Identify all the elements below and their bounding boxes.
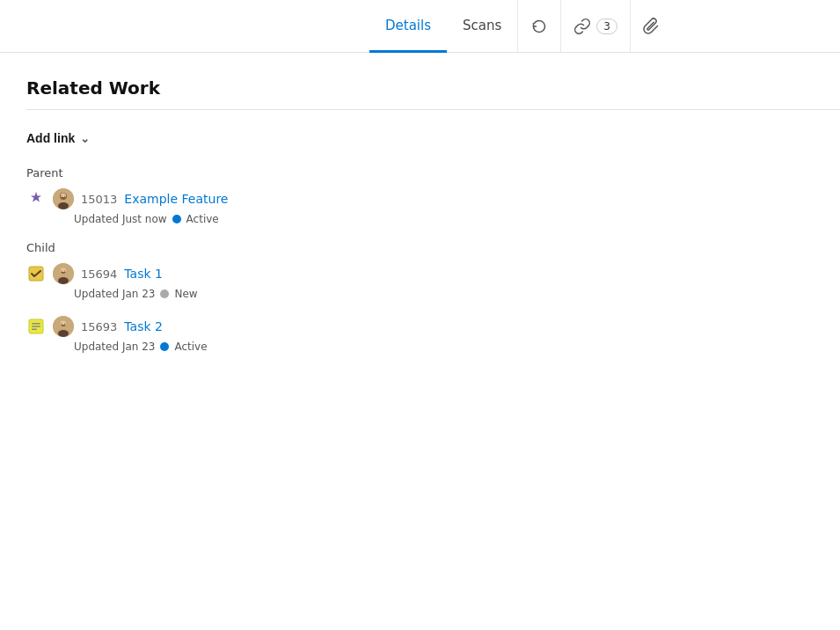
work-item-status-15013: Active [186, 213, 219, 225]
avatar-15693 [53, 316, 74, 337]
tab-scans[interactable]: Scans [447, 1, 517, 53]
relation-group-parent: Parent [26, 166, 840, 225]
svg-point-4 [62, 196, 62, 197]
svg-point-9 [62, 271, 62, 272]
svg-point-18 [62, 324, 62, 325]
work-item-title-15013[interactable]: Example Feature [124, 192, 228, 206]
history-icon [530, 18, 548, 35]
work-item-updated-15013: Updated Just now [74, 213, 167, 225]
work-item-updated-15693: Updated Jan 23 [74, 341, 155, 353]
relation-label-parent: Parent [26, 166, 840, 179]
work-item-meta-15693: Updated Jan 23 Active [26, 341, 840, 353]
add-link-button[interactable]: Add link ⌄ [26, 128, 93, 149]
avatar-15013 [53, 188, 74, 209]
avatar-15694 [53, 263, 74, 284]
feature-icon [26, 189, 46, 209]
chevron-down-icon: ⌄ [80, 132, 90, 145]
work-item-status-15693: Active [174, 341, 207, 353]
svg-point-2 [58, 202, 69, 209]
svg-rect-15 [32, 329, 37, 331]
tab-details-label: Details [385, 18, 431, 33]
work-item-row: 15013 Example Feature [26, 188, 840, 209]
paperclip-icon [643, 18, 661, 35]
add-link-label: Add link [26, 131, 75, 145]
work-item-15694: 15694 Task 1 Updated Jan 23 New [26, 263, 840, 300]
work-item-title-15693[interactable]: Task 2 [124, 319, 163, 333]
work-item-id-15694: 15694 [81, 267, 117, 281]
tab-scans-label: Scans [463, 18, 501, 33]
main-content: Related Work Add link ⌄ Parent [0, 53, 840, 353]
work-item-updated-15694: Updated Jan 23 [74, 288, 155, 300]
link-count-badge: 3 [596, 18, 617, 34]
svg-point-10 [64, 271, 65, 272]
work-item-row-15693: 15693 Task 2 [26, 316, 840, 337]
status-dot-active [172, 215, 181, 223]
section-divider [26, 109, 840, 110]
work-item-title-15694[interactable]: Task 1 [124, 267, 163, 281]
work-item-15693: 15693 Task 2 Updated Jan 23 Active [26, 316, 840, 353]
svg-point-20 [58, 330, 69, 337]
work-item-id-15693: 15693 [81, 320, 117, 333]
tab-details[interactable]: Details [369, 1, 447, 53]
status-dot-new [160, 289, 169, 298]
work-item-status-15694: New [174, 288, 197, 300]
tabs-bar: Details Scans 3 [0, 0, 840, 53]
history-button[interactable] [517, 0, 560, 52]
work-item-15013: 15013 Example Feature Updated Just now A… [26, 188, 840, 225]
svg-rect-13 [32, 323, 40, 325]
svg-point-5 [64, 196, 65, 197]
task-checked-icon [26, 264, 46, 283]
status-dot-active-15693 [160, 342, 169, 351]
svg-point-11 [58, 277, 69, 284]
attachments-button[interactable] [630, 0, 673, 52]
work-item-id-15013: 15013 [81, 193, 117, 206]
work-item-meta-15013: Updated Just now Active [26, 213, 840, 225]
relation-label-child: Child [26, 241, 840, 254]
relation-group-child: Child [26, 241, 840, 353]
svg-rect-14 [32, 326, 40, 327]
links-button[interactable]: 3 [560, 0, 630, 52]
work-item-meta-15694: Updated Jan 23 New [26, 288, 840, 300]
work-item-row-15694: 15694 Task 1 [26, 263, 840, 284]
link-icon [573, 18, 591, 35]
section-title: Related Work [26, 77, 840, 99]
svg-point-19 [64, 324, 65, 325]
task-edit-icon [26, 317, 46, 336]
